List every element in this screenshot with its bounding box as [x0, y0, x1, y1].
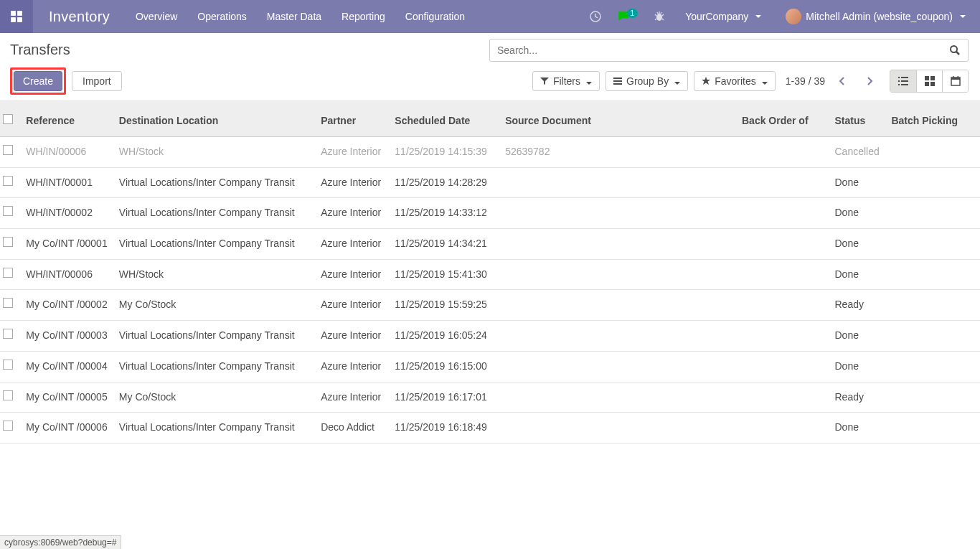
row-checkbox[interactable] — [3, 360, 13, 370]
col-backorder[interactable]: Back Order of — [736, 101, 829, 137]
app-title[interactable]: Inventory — [33, 9, 126, 25]
cell-scheduled: 11/25/2019 15:41:30 — [389, 259, 499, 290]
systray: 1 YourCompany Mitchell Admin (website_co… — [587, 0, 980, 33]
control-panel: Transfers Create Import Filters — [0, 33, 980, 101]
cell-reference: My Co/INT /00005 — [20, 382, 113, 413]
table-header-row: Reference Destination Location Partner S… — [0, 101, 980, 137]
debug-icon[interactable] — [651, 0, 668, 33]
cell-source — [499, 413, 736, 444]
cell-partner: Azure Interior — [315, 321, 389, 352]
menu-overview[interactable]: Overview — [126, 0, 187, 33]
row-checkbox[interactable] — [3, 206, 13, 216]
col-source[interactable]: Source Document — [499, 101, 736, 137]
cell-batch — [885, 198, 980, 229]
cell-partner: Azure Interior — [315, 351, 389, 382]
cell-status: Done — [829, 198, 886, 229]
table-row[interactable]: My Co/INT /00002 My Co/Stock Azure Inter… — [0, 290, 980, 321]
cell-partner: Azure Interior — [315, 259, 389, 290]
table-row[interactable]: My Co/INT /00001 Virtual Locations/Inter… — [0, 229, 980, 260]
table-row[interactable]: WH/IN/00006 WH/Stock Azure Interior 11/2… — [0, 137, 980, 168]
create-highlight: Create — [10, 67, 66, 95]
pager-next[interactable] — [859, 71, 880, 91]
cell-destination: Virtual Locations/Inter Company Transit — [113, 198, 315, 229]
col-destination[interactable]: Destination Location — [113, 101, 315, 137]
row-checkbox[interactable] — [3, 176, 13, 186]
row-checkbox[interactable] — [3, 421, 13, 431]
row-checkbox[interactable] — [3, 145, 13, 155]
list-view[interactable]: Reference Destination Location Partner S… — [0, 101, 980, 545]
row-checkbox[interactable] — [3, 268, 13, 278]
col-reference[interactable]: Reference — [20, 101, 113, 137]
cell-source — [499, 351, 736, 382]
create-button[interactable]: Create — [14, 71, 62, 91]
menu-operations[interactable]: Operations — [187, 0, 256, 33]
company-switcher[interactable]: YourCompany — [678, 0, 768, 33]
col-scheduled[interactable]: Scheduled Date — [389, 101, 499, 137]
view-kanban[interactable] — [916, 70, 942, 92]
cell-destination: WH/Stock — [113, 259, 315, 290]
main-navbar: Inventory Overview Operations Master Dat… — [0, 0, 980, 33]
table-row[interactable]: WH/INT/00006 WH/Stock Azure Interior 11/… — [0, 259, 980, 290]
svg-rect-14 — [898, 84, 900, 85]
row-checkbox[interactable] — [3, 237, 13, 247]
cell-status: Done — [829, 413, 886, 444]
cell-reference: My Co/INT /00006 — [20, 413, 113, 444]
table-row[interactable]: My Co/INT /00005 My Co/Stock Azure Inter… — [0, 382, 980, 413]
view-list[interactable] — [890, 70, 916, 92]
menu-configuration[interactable]: Configuration — [395, 0, 475, 33]
row-checkbox[interactable] — [3, 390, 13, 400]
cell-reference: WH/INT/00002 — [20, 198, 113, 229]
svg-point-6 — [951, 46, 957, 52]
chevron-left-icon — [838, 77, 847, 85]
cell-status: Done — [829, 229, 886, 260]
table-row[interactable]: My Co/INT /00006 Virtual Locations/Inter… — [0, 413, 980, 444]
chevron-right-icon — [865, 77, 874, 85]
groupby-icon — [613, 77, 622, 85]
avatar-icon — [786, 9, 801, 24]
cell-backorder — [736, 351, 829, 382]
cell-source — [499, 229, 736, 260]
messaging-icon[interactable]: 1 — [614, 0, 641, 33]
pager-value[interactable]: 1-39 / 39 — [786, 75, 825, 87]
table-row[interactable]: WH/INT/00001 Virtual Locations/Inter Com… — [0, 167, 980, 198]
cell-scheduled: 11/25/2019 14:28:29 — [389, 167, 499, 198]
filters-button[interactable]: Filters — [532, 71, 600, 91]
cell-status: Cancelled — [829, 137, 886, 168]
cell-reference: My Co/INT /00001 — [20, 229, 113, 260]
table-row[interactable]: WH/INT/00002 Virtual Locations/Inter Com… — [0, 198, 980, 229]
cell-reference: My Co/INT /00004 — [20, 351, 113, 382]
table-row[interactable]: My Co/INT /00004 Virtual Locations/Inter… — [0, 351, 980, 382]
messaging-badge: 1 — [627, 9, 639, 18]
import-button[interactable]: Import — [72, 71, 122, 91]
search-view[interactable] — [489, 39, 969, 62]
cell-batch — [885, 167, 980, 198]
cell-scheduled: 11/25/2019 14:34:21 — [389, 229, 499, 260]
row-checkbox[interactable] — [3, 329, 13, 339]
cell-partner: Azure Interior — [315, 382, 389, 413]
cell-batch — [885, 137, 980, 168]
menu-master-data[interactable]: Master Data — [257, 0, 331, 33]
favorites-button[interactable]: Favorites — [694, 71, 776, 91]
svg-rect-19 — [930, 82, 935, 86]
col-batch[interactable]: Batch Picking — [885, 101, 980, 137]
cell-batch — [885, 413, 980, 444]
select-all-checkbox[interactable] — [3, 114, 13, 124]
svg-rect-17 — [930, 76, 935, 80]
col-partner[interactable]: Partner — [315, 101, 389, 137]
table-row[interactable]: My Co/INT /00003 Virtual Locations/Inter… — [0, 321, 980, 352]
col-status[interactable]: Status — [829, 101, 886, 137]
cell-status: Ready — [829, 382, 886, 413]
menu-reporting[interactable]: Reporting — [331, 0, 395, 33]
search-icon[interactable] — [949, 44, 961, 56]
search-options: Filters Group By Favorites — [532, 71, 776, 91]
row-checkbox[interactable] — [3, 298, 13, 308]
user-menu[interactable]: Mitchell Admin (website_coupon) — [778, 0, 973, 33]
cell-batch — [885, 351, 980, 382]
apps-launcher[interactable] — [0, 0, 33, 33]
view-calendar[interactable] — [942, 70, 968, 92]
activity-icon[interactable] — [587, 0, 604, 33]
cell-backorder — [736, 382, 829, 413]
pager-prev[interactable] — [832, 71, 852, 91]
search-input[interactable] — [497, 44, 949, 56]
groupby-button[interactable]: Group By — [606, 71, 688, 91]
